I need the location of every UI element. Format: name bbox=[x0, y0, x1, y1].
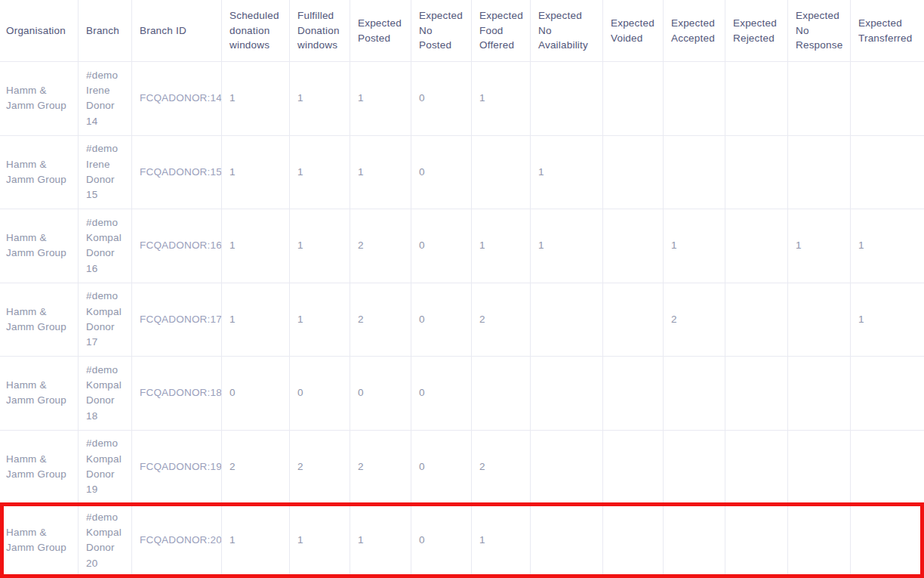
cell-expected-food-offered: 1 bbox=[472, 209, 531, 283]
cell-organisation: Hamm & Jamm Group bbox=[0, 62, 79, 136]
cell-scheduled-donation-windows: 1 bbox=[222, 62, 290, 136]
cell-organisation: Hamm & Jamm Group bbox=[0, 283, 79, 357]
cell-expected-voided bbox=[603, 431, 664, 505]
cell-fulfilled-donation-windows: 1 bbox=[290, 62, 350, 136]
cell-organisation: Hamm & Jamm Group bbox=[0, 504, 79, 578]
cell-expected-no-availability bbox=[531, 504, 603, 578]
cell-expected-no-response: 1 bbox=[788, 209, 851, 283]
cell-branch-id: FCQADONOR:19 bbox=[132, 431, 222, 505]
cell-expected-no-availability bbox=[531, 431, 603, 505]
cell-expected-no-availability: 1 bbox=[531, 136, 603, 210]
cell-expected-posted: 1 bbox=[350, 62, 411, 136]
cell-expected-rejected bbox=[725, 62, 788, 136]
cell-expected-transferred bbox=[851, 62, 924, 136]
cell-scheduled-donation-windows: 1 bbox=[222, 209, 290, 283]
cell-scheduled-donation-windows: 1 bbox=[222, 136, 290, 210]
cell-expected-no-posted: 0 bbox=[411, 431, 472, 505]
cell-expected-voided bbox=[603, 136, 664, 210]
cell-expected-no-availability bbox=[531, 357, 603, 431]
table-row[interactable]: Hamm & Jamm Group#demo Kompal Donor 20FC… bbox=[0, 504, 924, 578]
column-header-expected-rejected: Expected Rejected bbox=[725, 0, 788, 62]
cell-expected-transferred bbox=[851, 504, 924, 578]
donation-report-table: OrganisationBranchBranch IDScheduled don… bbox=[0, 0, 924, 578]
cell-expected-accepted bbox=[664, 62, 725, 136]
cell-expected-transferred bbox=[851, 357, 924, 431]
cell-expected-voided bbox=[603, 357, 664, 431]
cell-expected-food-offered bbox=[472, 136, 531, 210]
column-header-branch-id: Branch ID bbox=[132, 0, 222, 62]
cell-organisation: Hamm & Jamm Group bbox=[0, 431, 79, 505]
cell-expected-food-offered: 2 bbox=[472, 431, 531, 505]
cell-expected-transferred bbox=[851, 431, 924, 505]
cell-fulfilled-donation-windows: 2 bbox=[290, 431, 350, 505]
cell-expected-rejected bbox=[725, 209, 788, 283]
cell-expected-no-posted: 0 bbox=[411, 357, 472, 431]
column-header-expected-accepted: Expected Accepted bbox=[664, 0, 725, 62]
column-header-expected-no-response: Expected No Response bbox=[788, 0, 851, 62]
cell-expected-posted: 1 bbox=[350, 136, 411, 210]
cell-expected-posted: 2 bbox=[350, 209, 411, 283]
cell-expected-accepted: 1 bbox=[664, 209, 725, 283]
table-row[interactable]: Hamm & Jamm Group#demo Kompal Donor 16FC… bbox=[0, 209, 924, 283]
report-page: OrganisationBranchBranch IDScheduled don… bbox=[0, 0, 924, 578]
cell-expected-posted: 1 bbox=[350, 504, 411, 578]
column-header-expected-transferred: Expected Transferred bbox=[851, 0, 924, 62]
cell-expected-no-response bbox=[788, 504, 851, 578]
column-header-organisation: Organisation bbox=[0, 0, 79, 62]
cell-expected-rejected bbox=[725, 283, 788, 357]
cell-expected-accepted bbox=[664, 431, 725, 505]
table-row[interactable]: Hamm & Jamm Group#demo Kompal Donor 18FC… bbox=[0, 357, 924, 431]
cell-branch-id: FCQADONOR:20 bbox=[132, 504, 222, 578]
cell-expected-no-availability bbox=[531, 62, 603, 136]
cell-expected-no-response bbox=[788, 283, 851, 357]
cell-fulfilled-donation-windows: 1 bbox=[290, 136, 350, 210]
cell-expected-accepted bbox=[664, 504, 725, 578]
cell-fulfilled-donation-windows: 0 bbox=[290, 357, 350, 431]
cell-expected-no-posted: 0 bbox=[411, 283, 472, 357]
cell-expected-accepted bbox=[664, 357, 725, 431]
cell-expected-no-availability: 1 bbox=[531, 209, 603, 283]
cell-expected-rejected bbox=[725, 136, 788, 210]
cell-expected-voided bbox=[603, 504, 664, 578]
cell-expected-posted: 2 bbox=[350, 431, 411, 505]
table-row[interactable]: Hamm & Jamm Group#demo Kompal Donor 17FC… bbox=[0, 283, 924, 357]
cell-expected-transferred bbox=[851, 136, 924, 210]
cell-organisation: Hamm & Jamm Group bbox=[0, 209, 79, 283]
cell-expected-no-response bbox=[788, 136, 851, 210]
cell-expected-food-offered: 1 bbox=[472, 62, 531, 136]
cell-expected-posted: 0 bbox=[350, 357, 411, 431]
cell-expected-no-response bbox=[788, 431, 851, 505]
cell-organisation: Hamm & Jamm Group bbox=[0, 357, 79, 431]
cell-expected-transferred: 1 bbox=[851, 209, 924, 283]
cell-branch: #demo Irene Donor 15 bbox=[79, 136, 132, 210]
cell-branch: #demo Irene Donor 14 bbox=[79, 62, 132, 136]
header-row: OrganisationBranchBranch IDScheduled don… bbox=[0, 0, 924, 62]
cell-expected-no-posted: 0 bbox=[411, 504, 472, 578]
cell-organisation: Hamm & Jamm Group bbox=[0, 136, 79, 210]
cell-expected-transferred: 1 bbox=[851, 283, 924, 357]
cell-scheduled-donation-windows: 0 bbox=[222, 357, 290, 431]
cell-branch-id: FCQADONOR:17 bbox=[132, 283, 222, 357]
cell-scheduled-donation-windows: 2 bbox=[222, 431, 290, 505]
cell-expected-no-posted: 0 bbox=[411, 209, 472, 283]
column-header-fulfilled-donation-windows: Fulfilled Donation windows bbox=[290, 0, 350, 62]
cell-expected-food-offered bbox=[472, 357, 531, 431]
table-row[interactable]: Hamm & Jamm Group#demo Irene Donor 15FCQ… bbox=[0, 136, 924, 210]
cell-expected-no-posted: 0 bbox=[411, 136, 472, 210]
cell-expected-accepted: 2 bbox=[664, 283, 725, 357]
cell-expected-accepted bbox=[664, 136, 725, 210]
cell-expected-posted: 2 bbox=[350, 283, 411, 357]
table-body: Hamm & Jamm Group#demo Irene Donor 14FCQ… bbox=[0, 62, 924, 578]
cell-expected-food-offered: 1 bbox=[472, 504, 531, 578]
cell-branch: #demo Kompal Donor 17 bbox=[79, 283, 132, 357]
cell-expected-rejected bbox=[725, 431, 788, 505]
table-row[interactable]: Hamm & Jamm Group#demo Kompal Donor 19FC… bbox=[0, 431, 924, 505]
cell-branch: #demo Kompal Donor 18 bbox=[79, 357, 132, 431]
column-header-scheduled-donation-windows: Scheduled donation windows bbox=[222, 0, 290, 62]
column-header-expected-no-availability: Expected No Availability bbox=[531, 0, 603, 62]
cell-expected-voided bbox=[603, 283, 664, 357]
cell-scheduled-donation-windows: 1 bbox=[222, 283, 290, 357]
cell-expected-voided bbox=[603, 62, 664, 136]
cell-expected-rejected bbox=[725, 504, 788, 578]
table-row[interactable]: Hamm & Jamm Group#demo Irene Donor 14FCQ… bbox=[0, 62, 924, 136]
